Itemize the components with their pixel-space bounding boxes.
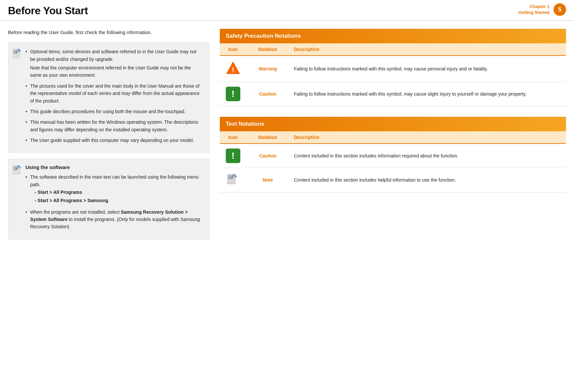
table-header-row: Icon Notation Description: [220, 131, 566, 144]
col-description: Description: [289, 43, 566, 56]
col-description: Description: [289, 131, 566, 144]
warning-triangle-svg: !: [226, 61, 240, 75]
text-section-title: Text Notations: [226, 121, 264, 127]
chapter-text: Chapter 1: [518, 4, 550, 10]
svg-rect-11: [14, 170, 17, 170]
svg-text:!: !: [232, 66, 234, 74]
icon-cell: !: [220, 56, 246, 82]
list-item-main: This manual has been written for the Win…: [30, 119, 198, 132]
header-right: Chapter 1 Getting Started 5: [518, 3, 566, 16]
intro-text: Before reading the User Guide, first che…: [8, 29, 209, 36]
list-item: Optional items, some devices and softwar…: [25, 48, 202, 79]
notation-cell: Note: [246, 168, 289, 192]
safety-table: Icon Notation Description !: [220, 43, 566, 106]
col-notation: Notation: [246, 43, 289, 56]
software-list-item: The software described in the main text …: [25, 173, 202, 205]
chapter-label: Chapter 1 Getting Started: [518, 4, 550, 16]
notation-cell: Caution: [246, 144, 289, 168]
icon-cell: !: [220, 144, 246, 168]
software-list: The software described in the main text …: [25, 173, 202, 230]
list-item-main: Optional items, some devices and softwar…: [30, 49, 196, 62]
col-notation: Notation: [246, 131, 289, 144]
description-cell: Content included in this section include…: [289, 144, 566, 168]
icon-cell: !: [220, 82, 246, 106]
menu-path-1: - Start > All Programs: [35, 188, 202, 196]
col-icon: Icon: [220, 131, 246, 144]
page-title: Before You Start: [8, 5, 88, 17]
caution-icon: !: [226, 87, 240, 101]
table-row: Note Content included in this section in…: [220, 168, 566, 192]
table-row: ! Caution Failing to follow instructions…: [220, 82, 566, 106]
list-item: This guide decribes procedures for using…: [25, 108, 202, 115]
list-item-main: The User guide supplied with this comput…: [30, 138, 194, 143]
table-header-row: Icon Notation Description: [220, 43, 566, 56]
note-icon: [12, 48, 23, 59]
note-icon-text: [227, 173, 239, 185]
table-row: ! Warning Failing to follow instructions…: [220, 56, 566, 82]
text-section-header: Text Notations: [220, 117, 566, 131]
notation-cell: Caution: [246, 82, 289, 106]
caution-icon-text: !: [226, 149, 240, 163]
description-cell: Content included in this section include…: [289, 168, 566, 192]
section-text: Getting Started: [518, 10, 550, 16]
safety-section-header: Safety Precaution Notations: [220, 29, 566, 43]
table-row: ! Caution Content included in this secti…: [220, 144, 566, 168]
safety-section-title: Safety Precaution Notations: [226, 33, 301, 39]
right-column: Safety Precaution Notations Icon Notatio…: [220, 29, 566, 240]
description-cell: Failing to follow instructions marked wi…: [289, 82, 566, 106]
svg-rect-10: [14, 168, 19, 169]
info-box: Optional items, some devices and softwar…: [8, 42, 209, 153]
list-item: The pictures used for the cover and the …: [25, 82, 202, 105]
info-list: Optional items, some devices and softwar…: [25, 48, 202, 144]
software-title: Using the software: [25, 164, 202, 170]
list-item-main: This guide decribes procedures for using…: [30, 109, 185, 114]
software-list-item: When the programs are not installed, sel…: [25, 208, 202, 231]
icon-cell: [220, 168, 246, 192]
list-item: This manual has been written for the Win…: [25, 118, 202, 133]
list-item-sub: Note that the computer environment refer…: [30, 64, 202, 79]
warning-icon: !: [226, 61, 240, 75]
svg-rect-3: [14, 53, 17, 54]
svg-rect-21: [228, 177, 234, 178]
main-content: Before reading the User Guide, first che…: [0, 21, 574, 247]
note-icon-software: [12, 164, 23, 175]
notation-cell: Warning: [246, 56, 289, 82]
list-item-main: The pictures used for the cover and the …: [30, 83, 200, 104]
description-cell: Failing to follow instructions marked wi…: [289, 56, 566, 82]
svg-rect-2: [14, 52, 19, 52]
software-box: Using the software The software describe…: [8, 159, 209, 239]
page-badge: 5: [553, 3, 566, 16]
menu-path-2: - Start > All Programs > Samsung: [35, 196, 202, 205]
page-header: Before You Start Chapter 1 Getting Start…: [0, 0, 574, 21]
list-item: The User guide supplied with this comput…: [25, 137, 202, 144]
note-pencil-svg: [227, 173, 239, 185]
left-column: Before reading the User Guide, first che…: [8, 29, 220, 240]
col-icon: Icon: [220, 43, 246, 56]
section-gap: [220, 106, 566, 117]
text-notation-table: Icon Notation Description ! Caution Cont…: [220, 131, 566, 192]
